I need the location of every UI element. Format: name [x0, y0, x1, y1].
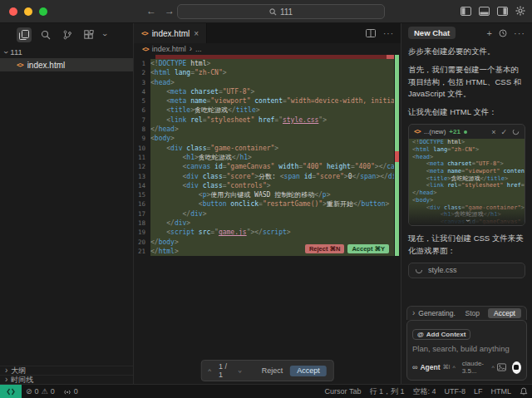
- close-window-button[interactable]: [9, 7, 17, 16]
- explorer-files-icon[interactable]: [17, 27, 32, 42]
- chevron-right-icon[interactable]: ›: [412, 309, 415, 317]
- chat-input-box[interactable]: @ Add Context Plan, search, build anythi…: [406, 320, 527, 381]
- cursor-position-status[interactable]: 行 1，列 1: [365, 386, 408, 397]
- cursor-tab-status[interactable]: Cursor Tab: [321, 387, 366, 396]
- remote-indicator[interactable]: [0, 385, 22, 398]
- source-control-icon[interactable]: [60, 27, 75, 42]
- timeline-section[interactable]: › 时间线: [0, 375, 133, 384]
- code-line[interactable]: 16 <button onclick="restartGame()">重新开始<…: [134, 199, 401, 209]
- language-mode-status[interactable]: HTML: [487, 387, 516, 396]
- encoding-status[interactable]: UTF-8: [440, 387, 470, 396]
- line-number: 4: [134, 87, 150, 96]
- toggle-panel-icon[interactable]: [479, 7, 490, 16]
- code-line[interactable]: 2<html lang="zh-CN">: [134, 68, 401, 77]
- agent-mode-selector[interactable]: Agent: [420, 363, 440, 371]
- chevron-down-icon[interactable]: ›: [101, 33, 109, 36]
- line-number: 7: [134, 115, 150, 125]
- file-row-index-html[interactable]: <> index.html: [0, 58, 133, 71]
- code-line[interactable]: 12 <canvas id="gameCanvas" width="400" h…: [134, 162, 401, 171]
- maximize-window-button[interactable]: [39, 7, 47, 16]
- code-line[interactable]: 4 <meta charset="UTF-8">: [134, 87, 401, 96]
- code-line[interactable]: 15 <p>使用方向键或 WASD 控制蛇的移动</p>: [134, 190, 401, 199]
- new-chat-icon[interactable]: +: [487, 28, 492, 38]
- attach-image-icon[interactable]: [497, 363, 506, 371]
- unsaved-dot: [464, 130, 467, 134]
- generating-bar: › Generating. Stop Accept: [406, 306, 527, 320]
- toggle-sidebar-icon[interactable]: [461, 7, 471, 16]
- accept-all-button[interactable]: Accept: [488, 308, 521, 318]
- code-line[interactable]: 1<!DOCTYPE html>: [134, 59, 401, 68]
- notifications-bell-icon[interactable]: [515, 387, 532, 396]
- code-line[interactable]: 3<head>: [134, 78, 401, 87]
- chevron-right-icon: ›: [5, 366, 7, 375]
- minimize-window-button[interactable]: [24, 7, 32, 16]
- next-diff-icon[interactable]: ^: [238, 367, 241, 375]
- code-line[interactable]: 18 </div>: [134, 219, 401, 228]
- line-number: 19: [134, 228, 150, 237]
- chat-tab[interactable]: New Chat: [408, 27, 456, 39]
- reject-file-icon[interactable]: ×: [491, 128, 495, 136]
- chat-paragraph: 首先，我们需要创建一个基本的项目结构，包括 HTML、CSS 和 JavaScr…: [408, 64, 525, 100]
- split-editor-icon[interactable]: [366, 29, 376, 37]
- line-number: 1: [134, 59, 150, 68]
- model-dropdown-chevron-icon[interactable]: ^: [492, 365, 495, 371]
- line-number: 21: [134, 247, 150, 256]
- agent-shortcut: ⌘I: [443, 364, 451, 371]
- indentation-status[interactable]: 空格: 4: [408, 386, 440, 397]
- settings-gear-icon[interactable]: [515, 6, 525, 16]
- command-center-search[interactable]: 111: [177, 4, 385, 19]
- code-line[interactable]: 14 <div class="controls">: [134, 181, 401, 190]
- chevron-right-icon: ›: [190, 45, 192, 53]
- code-line[interactable]: 19 <script src="game.js"></script>: [134, 228, 401, 237]
- problems-indicator[interactable]: ⊘0 ⚠0: [22, 387, 59, 396]
- code-line[interactable]: 9<body>: [134, 134, 401, 143]
- code-line[interactable]: 11 <h1>贪吃蛇游戏</h1>: [134, 153, 401, 162]
- code-line[interactable]: 10 <div class="game-container">: [134, 144, 401, 153]
- model-selector[interactable]: claude-3.5...: [462, 360, 490, 375]
- chat-code-line: <head>: [409, 154, 525, 161]
- stop-generation-button[interactable]: [512, 361, 521, 374]
- code-line[interactable]: 8</head>: [134, 125, 401, 134]
- tab-close-icon[interactable]: ×: [194, 29, 199, 38]
- line-number: 9: [134, 134, 150, 143]
- workspace-folder-row[interactable]: › 111: [0, 46, 133, 58]
- prev-diff-icon[interactable]: ^: [208, 367, 211, 375]
- chat-paragraph: 让我先创建 HTML 文件：: [408, 106, 525, 118]
- history-icon[interactable]: [499, 29, 507, 37]
- history-forward-button[interactable]: →: [165, 5, 175, 17]
- accept-file-icon[interactable]: ✓: [500, 128, 507, 136]
- chat-code-card[interactable]: <> ...(new) +21 × ✓ <!DOCTYPE html><html…: [408, 124, 525, 226]
- css-file-card[interactable]: style.css: [408, 263, 525, 278]
- code-line[interactable]: 6 <title>贪吃蛇游戏</title>: [134, 106, 401, 115]
- agent-dropdown-chevron-icon[interactable]: ^: [452, 365, 455, 371]
- breadcrumb[interactable]: <> index.html › ...: [134, 43, 401, 55]
- outline-section[interactable]: › 大纲: [0, 366, 133, 375]
- toggle-secondary-sidebar-icon[interactable]: [497, 7, 508, 16]
- code-line[interactable]: 5 <meta name="viewport" content="width=d…: [134, 96, 401, 106]
- diff-accept-button[interactable]: Accept ⌘Y: [347, 244, 389, 253]
- search-sidebar-icon[interactable]: [38, 27, 53, 42]
- folder-expand-chevron-icon: ›: [2, 51, 10, 53]
- nav-reject-button[interactable]: Reject: [262, 366, 283, 375]
- line-number: 3: [134, 78, 150, 87]
- history-back-button[interactable]: ←: [146, 5, 156, 17]
- diff-reject-button[interactable]: Reject ⌘N: [305, 244, 345, 253]
- nav-accept-button[interactable]: Accept: [290, 366, 327, 376]
- extensions-icon[interactable]: [81, 27, 96, 42]
- status-bar: ⊘0 ⚠0 0 Cursor Tab 行 1，列 1 空格: 4 UTF-8 L…: [0, 384, 532, 398]
- stop-button[interactable]: Stop: [466, 309, 480, 317]
- spinner-icon: [512, 128, 520, 135]
- code-line[interactable]: 13 <div class="score">分数: <span id="scor…: [134, 172, 401, 181]
- tab-index-html[interactable]: <> index.html ×: [134, 23, 207, 43]
- code-line[interactable]: 17 </div>: [134, 209, 401, 219]
- chat-more-icon[interactable]: ···: [514, 28, 525, 38]
- code-line[interactable]: 7 <link rel="stylesheet" href="style.css…: [134, 115, 401, 125]
- ports-indicator[interactable]: 0: [59, 387, 82, 396]
- error-icon: ⊘: [26, 387, 32, 396]
- eol-status[interactable]: LF: [470, 387, 487, 396]
- more-actions-icon[interactable]: ···: [383, 29, 394, 38]
- add-context-chip[interactable]: @ Add Context: [412, 329, 470, 340]
- at-icon: @: [417, 331, 424, 338]
- css-file-name: style.css: [428, 266, 457, 274]
- expand-code-chevron-icon[interactable]: ›: [463, 219, 470, 222]
